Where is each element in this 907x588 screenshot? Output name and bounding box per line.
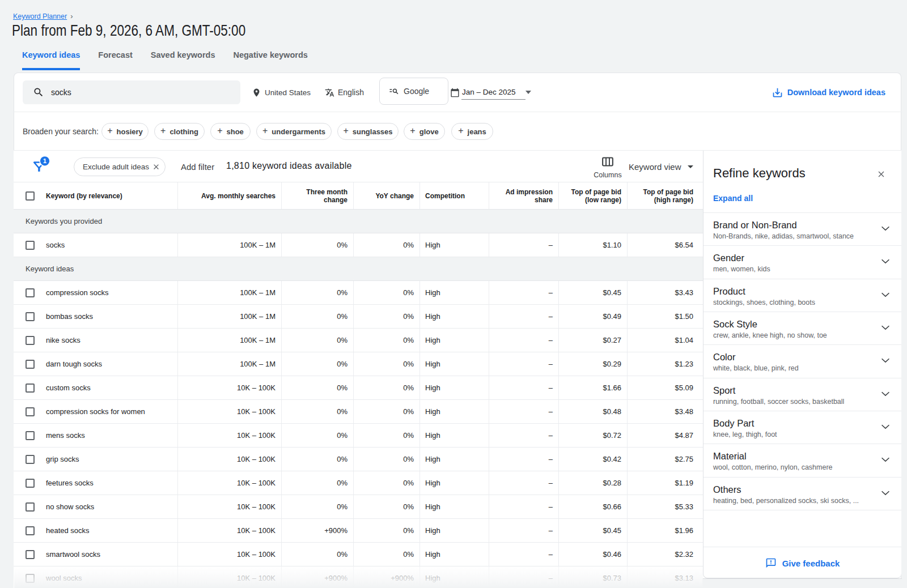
- svg-text:1: 1: [43, 157, 47, 164]
